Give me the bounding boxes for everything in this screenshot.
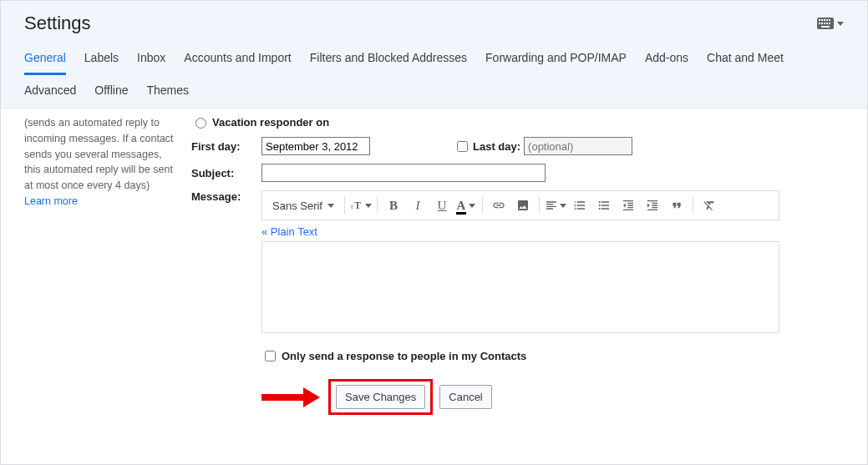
chevron-down-icon (560, 204, 566, 208)
link-button[interactable] (488, 195, 510, 216)
tab-inbox[interactable]: Inbox (137, 43, 165, 75)
tab-labels[interactable]: Labels (84, 43, 119, 75)
message-label: Message: (191, 190, 261, 203)
svg-rect-5 (829, 19, 830, 21)
text-color-button[interactable]: A (455, 195, 477, 216)
tab-advanced[interactable]: Advanced (24, 75, 76, 108)
subject-label: Subject: (191, 167, 261, 179)
page-title: Settings (24, 13, 91, 34)
svg-rect-10 (829, 23, 830, 24)
indent-more-button[interactable] (642, 195, 663, 216)
align-button[interactable] (545, 195, 566, 216)
svg-rect-9 (826, 23, 828, 24)
chevron-down-icon (469, 204, 475, 208)
message-editor[interactable] (261, 241, 779, 333)
clear-formatting-button[interactable] (698, 195, 720, 216)
clear-formatting-icon (703, 199, 716, 212)
learn-more-link[interactable]: Learn more (24, 195, 78, 207)
save-changes-button[interactable]: Save Changes (336, 385, 425, 409)
chevron-down-icon (365, 204, 372, 208)
font-family-label: Sans Serif (272, 200, 322, 212)
numbered-list-button[interactable] (569, 195, 591, 216)
image-icon (516, 199, 530, 212)
vacation-on-label: Vacation responder on (212, 116, 329, 129)
keyboard-icon (817, 18, 834, 29)
svg-rect-4 (826, 19, 828, 21)
tab-offline[interactable]: Offline (94, 75, 128, 108)
bold-icon: B (389, 199, 398, 213)
input-tools-button[interactable] (817, 18, 844, 29)
vacation-on-radio[interactable] (195, 118, 206, 129)
quote-button[interactable] (666, 195, 688, 216)
text-color-icon: A (457, 199, 466, 213)
bulleted-list-icon (597, 199, 611, 212)
annotation-arrow (261, 390, 320, 405)
indent-less-button[interactable] (617, 195, 639, 216)
image-button[interactable] (512, 195, 534, 216)
tab-add-ons[interactable]: Add-ons (645, 43, 688, 75)
first-day-input[interactable] (261, 137, 370, 155)
settings-tabs: GeneralLabelsInboxAccounts and ImportFil… (1, 43, 867, 108)
last-day-input[interactable] (524, 137, 632, 155)
cancel-button[interactable]: Cancel (439, 385, 491, 409)
contacts-only-label: Only send a response to people in my Con… (282, 350, 526, 362)
font-size-icon: TT (350, 200, 363, 211)
tab-filters-and-blocked-addresses[interactable]: Filters and Blocked Addresses (310, 43, 467, 75)
last-day-checkbox[interactable] (457, 141, 468, 152)
bold-button[interactable]: B (383, 195, 404, 216)
font-size-button[interactable]: TT (350, 195, 372, 216)
svg-text:T: T (354, 200, 361, 210)
tab-accounts-and-import[interactable]: Accounts and Import (184, 43, 291, 75)
indent-less-icon (622, 199, 635, 212)
tab-chat-and-meet[interactable]: Chat and Meet (707, 43, 784, 75)
first-day-label: First day: (191, 140, 261, 153)
underline-button[interactable]: U (431, 195, 453, 216)
align-icon (545, 199, 558, 212)
svg-rect-6 (819, 23, 820, 24)
vacation-help-text: (sends an automated reply to incoming me… (24, 115, 180, 194)
tab-general[interactable]: General (24, 43, 66, 75)
svg-rect-2 (821, 19, 823, 21)
tab-themes[interactable]: Themes (147, 75, 190, 108)
svg-rect-7 (821, 23, 823, 24)
chevron-down-icon (327, 204, 334, 208)
last-day-label: Last day: (473, 140, 520, 153)
indent-more-icon (646, 199, 659, 212)
italic-icon: I (415, 199, 419, 213)
link-icon (492, 199, 505, 212)
chevron-down-icon (837, 22, 844, 26)
plain-text-link[interactable]: « Plain Text (261, 225, 317, 238)
svg-rect-8 (824, 23, 825, 24)
numbered-list-icon (573, 199, 586, 212)
svg-rect-11 (821, 26, 830, 28)
font-family-select[interactable]: Sans Serif (267, 198, 339, 214)
svg-text:T: T (350, 204, 354, 210)
annotation-highlight: Save Changes (328, 379, 433, 415)
italic-button[interactable]: I (407, 195, 429, 216)
svg-rect-1 (819, 19, 820, 21)
underline-icon: U (438, 199, 447, 213)
tab-forwarding-and-pop-imap[interactable]: Forwarding and POP/IMAP (485, 43, 627, 75)
quote-icon (670, 199, 683, 212)
editor-toolbar: Sans Serif TT B I U A (261, 190, 779, 220)
contacts-only-checkbox[interactable] (265, 351, 276, 361)
subject-input[interactable] (261, 164, 546, 182)
svg-rect-3 (824, 19, 825, 21)
bulleted-list-button[interactable] (593, 195, 615, 216)
